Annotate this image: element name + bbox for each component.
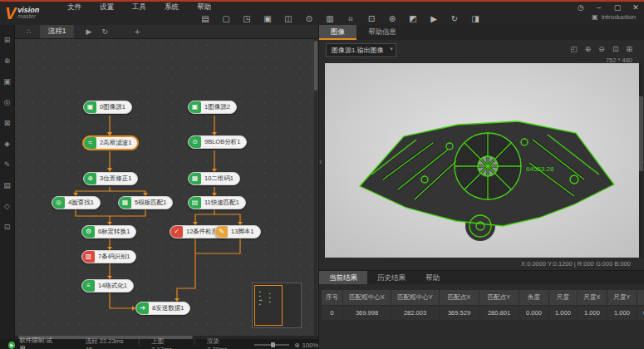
fullscreen-icon[interactable]: ⊞	[626, 45, 632, 53]
app-window: V vision master 文件设置工具系统帮助 ◷–▢✕ ▤▢◳▣◫⊙▥⌗…	[0, 0, 644, 349]
flow-minimap[interactable]: ▪▪▪▪▪ ▪▪▪	[252, 283, 302, 328]
target-icon[interactable]: ◎	[2, 97, 13, 108]
menu-item-2[interactable]: 工具	[130, 2, 149, 12]
restore-icon[interactable]: ▢	[612, 3, 622, 12]
zoom-in-icon[interactable]: ⊕	[585, 45, 592, 53]
close-icon[interactable]: ✕	[631, 3, 641, 12]
table-cell: 0.000	[519, 306, 549, 321]
menu-item-1[interactable]: 设置	[97, 2, 116, 12]
run-once-icon[interactable]: ▶	[428, 13, 440, 24]
split-view-icon[interactable]: ▥	[324, 13, 336, 24]
result-tab-2[interactable]: 帮助	[415, 271, 450, 284]
flow-tab-bar: ∴ 流程1 ▶ ↻ +	[15, 25, 318, 39]
table-cell: 1.000	[578, 306, 607, 321]
global-variable-icon[interactable]: ⊛	[386, 13, 398, 24]
image-viewer[interactable]: 64553.28	[325, 63, 639, 258]
flow-node-4[interactable]: ▦5模板匹配1	[118, 196, 173, 209]
viewer-vscrollbar[interactable]	[639, 63, 643, 258]
minimize-icon[interactable]: –	[594, 3, 604, 12]
menu-item-0[interactable]: 文件	[65, 2, 84, 12]
result-tab-0[interactable]: 当前结果	[319, 271, 367, 284]
left-tool-rail: ⊞⊕▣◎⊠◈✎▤◇⊡	[0, 25, 15, 337]
table-header-8: 尺度Y	[607, 290, 637, 306]
fit-view-icon[interactable]: ◰	[570, 45, 578, 53]
flow-node-0[interactable]: ▣0图像源1	[83, 101, 132, 114]
result-tab-1[interactable]: 历史结果	[367, 271, 415, 284]
run-window-icon[interactable]: ◨	[469, 13, 481, 24]
flow-run-once-icon[interactable]: ▶	[86, 27, 91, 36]
flow-canvas[interactable]: ▪▪▪▪▪ ▪▪▪ ▣0图像源1≈2高斯滤波1⊕3位置修正1◎4圆查找1▦5模板…	[15, 39, 318, 336]
viewer-tabs: 图像帮助信息	[319, 25, 644, 40]
flow-node-7[interactable]: ≡14格式化1	[81, 279, 134, 292]
flow-node-10[interactable]: ⊙9BLOB分析1	[188, 135, 247, 149]
module-icon: ≡	[82, 280, 95, 292]
table-cell: 1.000	[549, 306, 578, 321]
flow-node-11[interactable]: ▦10二维码1	[188, 172, 240, 185]
flow-node-12[interactable]: ▤11快速匹配1	[188, 196, 246, 209]
metric-separator: |	[194, 337, 195, 349]
table-cell: 0	[322, 306, 343, 321]
module-icon: ▥	[82, 251, 95, 263]
module-icon: ▣	[189, 101, 201, 113]
open-icon[interactable]: ▢	[220, 13, 232, 24]
actual-size-icon[interactable]: ⊡	[612, 45, 619, 53]
flow-tab[interactable]: 流程1	[40, 25, 75, 38]
flow-run-loop-icon[interactable]: ↻	[101, 27, 108, 36]
toolbox-icon[interactable]: ⊞	[2, 35, 13, 46]
flow-node-3[interactable]: ◎4圆查找1	[52, 196, 101, 209]
module-icon: ▦	[119, 197, 131, 209]
table-header-0: 序号	[322, 290, 343, 306]
table-header-9: 分数	[637, 290, 644, 306]
flow-node-5[interactable]: ⚙6标定转换1	[81, 225, 136, 238]
flow-node-6[interactable]: ▥7条码识别1	[81, 250, 136, 263]
table-row[interactable]: 0369.998282.003369.529280.8010.0001.0001…	[322, 306, 644, 321]
profile-label: introduction	[602, 13, 636, 21]
result-table: 序号匹配框中心X匹配框中心Y匹配点X匹配点Y角度尺度尺度X尺度Y分数0369.9…	[321, 289, 643, 321]
table-cell: 369.998	[343, 306, 391, 321]
run-loop-icon[interactable]: ↻	[449, 13, 460, 24]
node-label: 7条码识别1	[95, 253, 135, 261]
panel-collapse-left-icon[interactable]: ‹	[319, 156, 322, 166]
zoom-out-icon[interactable]: ⊖	[598, 45, 605, 53]
viewer-tab-0[interactable]: 图像	[319, 25, 356, 40]
flow-node-1[interactable]: ≈2高斯滤波1	[83, 136, 138, 150]
add-flow-button[interactable]: +	[135, 27, 140, 37]
image-source-icon[interactable]: ▣	[262, 13, 273, 24]
menu-item-3[interactable]: 系统	[162, 2, 181, 12]
save-icon[interactable]: ▤	[199, 13, 211, 24]
profile-area[interactable]: ▣ introduction	[592, 13, 636, 21]
flow-vscrollbar[interactable]	[314, 39, 317, 336]
annotate-icon[interactable]: ✎	[2, 160, 13, 170]
viewer-tab-1[interactable]: 帮助信息	[356, 25, 408, 40]
zoom-level: 100%	[302, 342, 318, 349]
flow-node-14[interactable]: ✎13脚本1	[214, 225, 261, 238]
status-metric-1: 上图 3.12ms	[151, 337, 182, 349]
list-icon[interactable]: ▤	[2, 180, 13, 191]
table-header-4: 匹配点Y	[479, 290, 519, 306]
system-icon[interactable]: ⊡	[2, 222, 13, 233]
image-view-icon[interactable]: ◩	[407, 13, 419, 24]
measure-icon[interactable]: ⊠	[2, 118, 13, 129]
flow-node-8[interactable]: ➔8发送数据1	[135, 302, 190, 315]
viewer-toolbar: ◰⊕⊖⊡⊞	[570, 45, 632, 53]
window-layout-icon[interactable]: ◫	[283, 13, 294, 24]
node-label: 0图像源1	[96, 103, 131, 111]
app-logo: V vision master	[5, 2, 60, 24]
camera-icon[interactable]: ⊙	[303, 13, 315, 24]
flowchart-icon: ∴	[27, 27, 32, 36]
add-module-icon[interactable]: ⊕	[2, 56, 13, 66]
image-window-icon[interactable]: ▣	[2, 76, 13, 87]
save-as-icon[interactable]: ◳	[241, 13, 253, 24]
flow-node-2[interactable]: ⊕3位置修正1	[83, 172, 138, 185]
image-source-selector[interactable]: 图像源1.输出图像	[326, 43, 396, 57]
zoom-slider[interactable]	[254, 344, 289, 346]
shape-icon[interactable]: ◇	[2, 201, 13, 212]
clock-icon[interactable]: ◷	[576, 3, 586, 12]
contour-icon[interactable]: ◈	[2, 139, 13, 150]
keyboard-icon[interactable]: ⌗	[345, 13, 356, 24]
tag-icon[interactable]: ⊡	[366, 13, 377, 24]
menu-item-4[interactable]: 帮助	[194, 2, 214, 12]
inspected-part-image: 64553.28	[325, 63, 639, 258]
flow-node-9[interactable]: ▣1图像源2	[188, 101, 237, 114]
table-header-1: 匹配框中心X	[343, 290, 391, 306]
